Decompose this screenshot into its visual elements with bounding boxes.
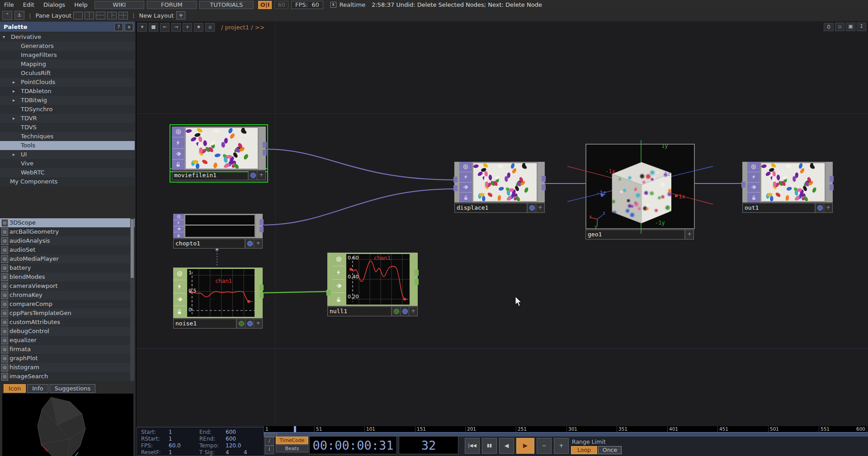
tree-item-vive[interactable]: Vive <box>0 159 135 168</box>
tree-item-ui[interactable]: ▸UI <box>0 150 135 159</box>
node-add-icon[interactable]: + <box>685 230 693 239</box>
tsig-value[interactable]: 4 <box>226 449 229 456</box>
step-back-button[interactable]: ◀ <box>499 438 514 454</box>
tab-icon[interactable]: Icon <box>4 384 26 393</box>
once-button[interactable]: Once <box>598 446 622 454</box>
component-equalizer[interactable]: ◎equalizer <box>0 336 135 345</box>
node-comment-globe-icon[interactable] <box>245 319 254 328</box>
anchor-pane-icon[interactable]: ⚓ <box>14 11 24 20</box>
input-connector-strip[interactable] <box>742 162 747 202</box>
input-connector[interactable] <box>326 290 330 296</box>
tree-item-tdsynchro[interactable]: TDSynchro <box>0 105 135 114</box>
cook-flag-icon[interactable] <box>459 172 472 183</box>
node-flag-column[interactable] <box>173 268 186 318</box>
increment-button[interactable]: + <box>554 438 569 454</box>
output-connector[interactable] <box>259 292 264 298</box>
node-flag-column[interactable] <box>747 162 760 202</box>
viewer-flag-icon[interactable] <box>173 214 184 220</box>
bypass-flag-icon[interactable] <box>173 293 186 306</box>
node-displace1[interactable]: displace1 + <box>454 162 545 213</box>
cook-flag-icon[interactable] <box>747 172 760 183</box>
cook-flag-icon[interactable] <box>332 266 345 280</box>
node-comment-globe-icon[interactable] <box>815 203 824 212</box>
node-comment-globe-icon[interactable] <box>245 239 254 248</box>
tree-item-mapping[interactable]: Mapping <box>0 60 135 69</box>
output-connector[interactable] <box>542 184 546 190</box>
menu-dialogs[interactable]: Dialogs <box>39 1 69 9</box>
output-connector-strip[interactable] <box>826 162 833 202</box>
node-add-icon[interactable]: + <box>824 203 832 212</box>
tree-item-tdableton[interactable]: ▸TDAbleton <box>0 87 135 96</box>
node-add-icon[interactable]: + <box>257 171 265 180</box>
start-value[interactable]: 1 <box>169 429 172 435</box>
tree-item-my-components[interactable]: My Components <box>0 177 135 186</box>
input-connector-strip[interactable] <box>454 162 459 202</box>
node-chopto1[interactable]: chopto1 + <box>173 214 263 249</box>
tree-item-tdvr[interactable]: ▸TDVR <box>0 114 135 123</box>
tree-item-tdbitwig[interactable]: ▸TDBitwig <box>0 96 135 105</box>
input-connector[interactable] <box>453 177 458 183</box>
output-connector[interactable] <box>259 219 264 225</box>
jump-to-start-button[interactable]: |◀◀ <box>465 438 480 454</box>
component-customattributes[interactable]: ◎customAttributes <box>0 318 135 327</box>
viewer-flag-icon[interactable] <box>173 268 186 280</box>
component-firmata[interactable]: ◎firmata <box>0 345 135 354</box>
palette-help-button[interactable]: ? <box>114 23 123 31</box>
palette-scrollbar-thumb[interactable] <box>131 219 134 278</box>
viewer-flag-icon[interactable] <box>747 162 760 172</box>
cook-flag-icon[interactable] <box>172 137 184 148</box>
timeline-slash-button[interactable]: / <box>265 437 274 446</box>
layout-left-right-split-button[interactable] <box>107 12 117 19</box>
output-connector[interactable] <box>415 270 419 276</box>
resetf-value[interactable]: 1 <box>169 449 172 456</box>
expand-arrow-icon[interactable]: ▸ <box>13 150 18 159</box>
lock-flag-icon[interactable] <box>173 232 184 238</box>
input-connector-strip[interactable] <box>327 253 332 306</box>
tree-item-webrtc[interactable]: WebRTC <box>0 168 135 177</box>
bypass-flag-icon[interactable] <box>172 149 184 160</box>
play-button[interactable]: ▶ <box>516 438 534 454</box>
component-audioset[interactable]: ◎audioSet <box>0 245 135 254</box>
component-3dscope[interactable]: ◎3DScope <box>0 218 135 227</box>
node-name-field[interactable]: displace1 <box>455 203 527 212</box>
component-chromakey[interactable]: ◎chromaKey <box>0 291 135 300</box>
node-moviefilein1[interactable]: moviefilein1 + <box>172 127 266 180</box>
viewer-flag-icon[interactable] <box>332 253 345 266</box>
node-noise1[interactable]: 1 0.5 0 chan1 noise1 + <box>173 268 263 329</box>
component-graphplot[interactable]: ◎graphPlot <box>0 354 135 363</box>
component-battery[interactable]: ◎battery <box>0 263 135 273</box>
lock-flag-icon[interactable] <box>459 193 472 202</box>
realtime-checkbox[interactable]: x <box>330 2 336 8</box>
layout-two-cols-button[interactable] <box>85 12 94 19</box>
tempo-value[interactable]: 120.0 <box>226 442 241 449</box>
node-add-icon[interactable]: + <box>254 319 262 328</box>
expand-arrow-icon[interactable]: ▾ <box>3 33 8 42</box>
wiki-button[interactable]: WIKI <box>94 1 144 9</box>
layout-single-button[interactable] <box>73 12 83 19</box>
layout-grid-button[interactable] <box>118 12 128 19</box>
bypass-flag-icon[interactable] <box>459 183 472 193</box>
node-name-bar[interactable]: noise1 + <box>173 319 263 329</box>
timeline-ruler[interactable]: 1 51 101 151 201 251 301 351 401 451 501… <box>264 426 868 432</box>
component-histogram[interactable]: ◎histogram <box>0 363 135 372</box>
output-connector[interactable] <box>830 184 834 190</box>
output-connector-strip[interactable] <box>538 162 545 202</box>
output-connector-strip[interactable] <box>256 268 263 318</box>
expand-arrow-icon[interactable]: ▸ <box>13 96 18 105</box>
geo-viewport[interactable]: 1y -1y -1x 1x -1z 1z z x y <box>585 144 695 229</box>
rstart-value[interactable]: 1 <box>169 436 172 442</box>
node-name-field[interactable]: moviefilein1 <box>172 171 248 180</box>
tree-item-oculusrift[interactable]: OculusRift <box>0 69 135 78</box>
tab-suggestions[interactable]: Suggestions <box>50 384 95 393</box>
node-flag-column[interactable] <box>173 214 184 238</box>
menu-edit[interactable]: Edit <box>19 1 38 9</box>
menu-file[interactable]: File <box>0 1 18 9</box>
range-grip[interactable]: ... <box>264 433 277 437</box>
palette-close-button[interactable]: x <box>125 23 133 31</box>
output-connector[interactable] <box>259 226 264 232</box>
viewer-flag-icon[interactable] <box>459 162 472 172</box>
node-name-bar[interactable]: chopto1 + <box>173 239 263 249</box>
network-editor[interactable]: ▾ ■ ← → + ★ ⌂ / project1 / >> 0 ▫ ▣ ↧ <box>137 21 868 426</box>
loop-button[interactable]: Loop <box>571 446 597 454</box>
node-name-bar[interactable]: moviefilein1 + <box>172 170 266 180</box>
